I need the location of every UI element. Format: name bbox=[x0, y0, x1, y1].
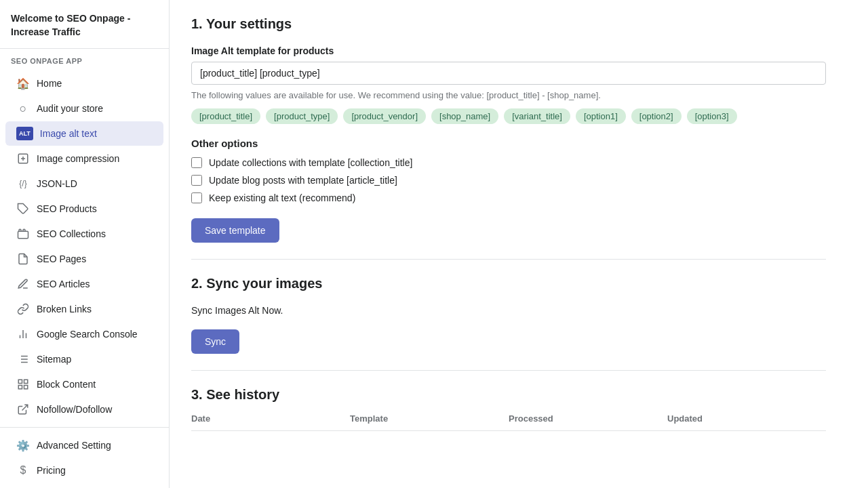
sitemap-icon bbox=[16, 352, 30, 366]
tags-row: [product_title] [product_type] [product_… bbox=[191, 108, 826, 124]
tag-shop-name[interactable]: [shop_name] bbox=[431, 108, 498, 124]
image-compression-icon bbox=[16, 152, 30, 165]
seo-collections-icon bbox=[16, 227, 30, 241]
checkbox-blog-input[interactable] bbox=[191, 175, 202, 186]
section-sync: 2. Sync your images Sync Images Alt Now.… bbox=[191, 276, 826, 371]
sidebar-item-label: Pricing bbox=[37, 465, 66, 476]
sidebar-item-label: Block Content bbox=[37, 379, 96, 390]
sidebar-item-label: SEO Products bbox=[37, 203, 97, 214]
pricing-icon: $ bbox=[16, 464, 30, 477]
svg-line-16 bbox=[22, 405, 28, 410]
sidebar-item-label: Nofollow/Dofollow bbox=[37, 404, 112, 415]
tag-product-vendor[interactable]: [product_vendor] bbox=[343, 108, 426, 124]
sidebar-item-broken-links[interactable]: Broken Links bbox=[5, 297, 163, 321]
section2-title: 2. Sync your images bbox=[191, 276, 826, 291]
sidebar-item-pricing[interactable]: $ Pricing bbox=[5, 458, 163, 483]
sidebar-item-json-ld[interactable]: {/} JSON-LD bbox=[5, 171, 163, 196]
history-table-header: Date Template Processed Updated bbox=[191, 413, 826, 431]
sidebar-item-audit[interactable]: ○ Audit your store bbox=[5, 96, 163, 121]
audit-icon: ○ bbox=[16, 102, 30, 115]
seo-products-icon bbox=[16, 202, 30, 216]
field-label: Image Alt template for products bbox=[191, 45, 826, 56]
sidebar-item-advanced[interactable]: ⚙️ Advanced Setting bbox=[5, 433, 163, 458]
advanced-icon: ⚙️ bbox=[16, 439, 30, 452]
sidebar-section-label: SEO ONPAGE APP bbox=[0, 49, 169, 68]
checkbox-blog-label[interactable]: Update blog posts with template [article… bbox=[209, 175, 397, 186]
google-search-icon bbox=[16, 327, 30, 341]
sidebar-item-seo-pages[interactable]: SEO Pages bbox=[5, 247, 163, 271]
tag-option1[interactable]: [option1] bbox=[576, 108, 626, 124]
svg-rect-14 bbox=[24, 386, 28, 389]
tag-product-title[interactable]: [product_title] bbox=[191, 108, 260, 124]
save-template-button[interactable]: Save template bbox=[191, 218, 279, 243]
col-date: Date bbox=[191, 413, 350, 424]
app-logo: Welcome to SEO Onpage - Increase Traffic bbox=[11, 12, 158, 39]
checkbox-keep-alt: Keep existing alt text (recommend) bbox=[191, 192, 826, 203]
section3-title: 3. See history bbox=[191, 387, 826, 403]
sidebar-divider bbox=[0, 427, 169, 428]
block-content-icon bbox=[16, 378, 30, 391]
sidebar-item-label: JSON-LD bbox=[37, 178, 77, 189]
sidebar-item-label: Broken Links bbox=[37, 304, 92, 314]
checkbox-collections-label[interactable]: Update collections with template [collec… bbox=[209, 157, 412, 168]
sidebar-item-seo-articles[interactable]: SEO Articles bbox=[5, 272, 163, 296]
sidebar-item-block-content[interactable]: Block Content bbox=[5, 372, 163, 396]
sidebar-item-label: Image compression bbox=[37, 153, 119, 164]
broken-links-icon bbox=[16, 302, 30, 316]
svg-rect-13 bbox=[24, 380, 28, 383]
seo-articles-icon bbox=[16, 277, 30, 291]
alt-icon: ALT bbox=[16, 127, 33, 140]
json-ld-icon: {/} bbox=[16, 177, 30, 190]
home-icon: 🏠 bbox=[16, 77, 30, 90]
tag-product-type[interactable]: [product_type] bbox=[266, 108, 338, 124]
checkbox-update-collections: Update collections with template [collec… bbox=[191, 157, 826, 168]
checkbox-keep-alt-input[interactable] bbox=[191, 192, 202, 203]
sidebar-item-label: SEO Articles bbox=[37, 279, 90, 289]
sidebar: Welcome to SEO Onpage - Increase Traffic… bbox=[0, 0, 170, 488]
sync-description: Sync Images Alt Now. bbox=[191, 305, 826, 316]
checkbox-keep-alt-label[interactable]: Keep existing alt text (recommend) bbox=[209, 192, 355, 203]
seo-pages-icon bbox=[16, 252, 30, 266]
sidebar-item-image-compression[interactable]: Image compression bbox=[5, 146, 163, 171]
checkbox-collections-input[interactable] bbox=[191, 157, 202, 168]
sidebar-item-seo-collections[interactable]: SEO Collections bbox=[5, 222, 163, 246]
sidebar-item-image-alt[interactable]: ALT Image alt text bbox=[5, 121, 163, 146]
sidebar-nav: 🏠 Home ○ Audit your store ALT Image alt … bbox=[0, 68, 169, 486]
svg-rect-12 bbox=[18, 380, 22, 383]
sidebar-item-nofollow[interactable]: Nofollow/Dofollow bbox=[5, 397, 163, 422]
col-processed: Processed bbox=[509, 413, 667, 424]
svg-rect-2 bbox=[18, 231, 28, 239]
svg-rect-15 bbox=[18, 386, 22, 389]
sidebar-item-label: Home bbox=[37, 78, 62, 89]
main-content: 1. Your settings Image Alt template for … bbox=[170, 0, 868, 488]
sync-button[interactable]: Sync bbox=[191, 329, 239, 354]
sidebar-item-home[interactable]: 🏠 Home bbox=[5, 71, 163, 96]
section-history: 3. See history Date Template Processed U… bbox=[191, 387, 826, 431]
col-updated: Updated bbox=[667, 413, 826, 424]
checkbox-update-blog: Update blog posts with template [article… bbox=[191, 175, 826, 186]
tag-variant-title[interactable]: [variant_title] bbox=[504, 108, 570, 124]
sidebar-item-seo-products[interactable]: SEO Products bbox=[5, 197, 163, 221]
tag-option3[interactable]: [option3] bbox=[687, 108, 737, 124]
sidebar-item-label: Google Search Console bbox=[37, 329, 138, 340]
hint-text: The following values are available for u… bbox=[191, 90, 826, 100]
sidebar-item-label: SEO Collections bbox=[37, 228, 106, 239]
sidebar-item-label: Audit your store bbox=[37, 103, 103, 114]
sidebar-item-label: Advanced Setting bbox=[37, 440, 111, 451]
sidebar-item-google-search[interactable]: Google Search Console bbox=[5, 322, 163, 346]
sidebar-item-sitemap[interactable]: Sitemap bbox=[5, 347, 163, 371]
tag-option2[interactable]: [option2] bbox=[631, 108, 682, 124]
section1-title: 1. Your settings bbox=[191, 16, 826, 32]
sidebar-header: Welcome to SEO Onpage - Increase Traffic bbox=[0, 0, 169, 49]
col-template: Template bbox=[350, 413, 509, 424]
section-settings: 1. Your settings Image Alt template for … bbox=[191, 16, 826, 260]
sidebar-item-label: Sitemap bbox=[37, 354, 71, 365]
other-options-title: Other options bbox=[191, 138, 826, 149]
nofollow-icon bbox=[16, 403, 30, 416]
template-input[interactable] bbox=[191, 62, 826, 85]
sidebar-item-label: SEO Pages bbox=[37, 253, 86, 264]
sidebar-item-label: Image alt text bbox=[40, 128, 97, 139]
